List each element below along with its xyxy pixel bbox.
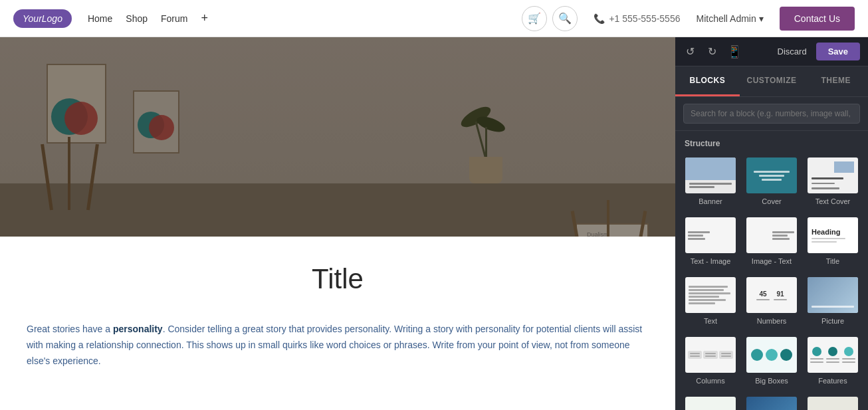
block-cover[interactable]: Cover [742,152,802,211]
nav: Home Shop Forum + [88,11,208,25]
block-text-cover[interactable]: Text Cover [803,152,863,211]
feat-line-6 [842,361,855,363]
mobile-preview-icon[interactable]: 📱 [727,45,742,59]
it-line3 [772,238,790,240]
sidebar-top-actions: ↺ ↻ 📱 [683,44,742,59]
block-thumb-text [685,277,736,313]
tx-line2 [689,289,724,291]
phone-area: 📞 +1 555-555-5556 [594,13,680,24]
nav-forum[interactable]: Forum [161,13,187,24]
col-line-6 [721,356,731,357]
sidebar-tabs: BLOCKS CUSTOMIZE THEME [675,66,868,97]
it-line2 [772,235,788,237]
block-label-textimage: Text - Image [691,257,731,265]
feat-line-5 [842,358,855,359]
col-line-5 [721,353,731,354]
col-line-2 [690,356,700,357]
bigbox-circle-2 [766,349,778,361]
block-thumb-textcover [808,157,858,193]
search-icon[interactable]: 🔍 [552,6,578,31]
title-thumb-line1 [812,238,845,239]
feat-circle-1 [812,347,821,356]
search-input[interactable] [683,104,860,124]
col-line-1 [690,353,700,354]
nav-icons: 🛒 🔍 [522,6,578,31]
block-thumb-numbers: 45 91 [746,277,797,313]
it-lines [772,231,794,240]
tab-theme[interactable]: THEME [804,66,868,96]
ti-line [688,231,710,233]
block-numbers[interactable]: 45 91 Numbers [742,272,802,330]
admin-chevron-icon: ▾ [759,13,764,24]
tx-line6 [689,302,715,304]
title-thumb-heading: Heading [812,228,840,236]
feat-line-3 [826,358,839,359]
block-bottom-3[interactable] [803,391,863,410]
block-label-textcover: Text Cover [815,197,851,205]
blocks-grid: Banner Cover Text Cover [675,152,868,410]
block-label-bigboxes: Big Boxes [755,377,788,385]
admin-area[interactable]: Mitchell Admin ▾ [696,13,763,24]
nav-add[interactable]: + [201,11,208,25]
tab-blocks[interactable]: BLOCKS [675,66,740,96]
feat-item-2 [826,347,839,363]
block-bigboxes[interactable]: Big Boxes [742,332,802,390]
block-text[interactable]: Text [681,272,740,330]
page-content: Dualism Title [0,37,675,410]
feat-circle-2 [828,347,837,356]
col-2 [703,351,717,359]
tab-customize-label: CUSTOMIZE [747,76,797,85]
block-text-image[interactable]: Text - Image [681,212,740,270]
block-thumb-bottom3 [808,397,858,410]
save-button[interactable]: Save [816,43,860,60]
nav-home[interactable]: Home [88,13,112,24]
num-col-2: 91 [774,290,787,300]
contact-button[interactable]: Contact Us [780,7,855,31]
block-bottom-2[interactable]: ‹ › [742,391,802,410]
block-thumb-bottom1 [685,397,736,410]
feat-line-4 [826,361,839,363]
ti-line2 [688,235,703,237]
tab-theme-label: THEME [821,76,851,85]
col-line-3 [705,353,715,354]
num-val-1: 45 [759,290,766,298]
sidebar-right-actions: Discard Save [768,43,860,60]
block-banner[interactable]: Banner [681,152,740,211]
section-label: Structure [675,131,868,152]
sidebar-top-bar: ↺ ↻ 📱 Discard Save [675,37,868,66]
undo-button[interactable]: ↺ [683,44,697,59]
col-3 [719,351,733,359]
feat-circle-3 [844,347,853,356]
it-line [772,231,794,233]
hero-image: Dualism [0,37,675,237]
block-thumb-features [808,337,858,373]
picture-line [812,306,854,308]
feat-item-1 [810,347,823,363]
body-paragraph: Great stories have a personality. Consid… [27,322,649,369]
num-line-1 [756,299,770,300]
cart-icon[interactable]: 🛒 [522,6,547,31]
block-features[interactable]: Features [803,332,863,390]
tx-line1 [689,286,728,288]
admin-name: Mitchell Admin [696,13,756,24]
logo[interactable]: YourLogo [13,9,72,28]
block-thumb-bottom2: ‹ › [746,397,797,410]
block-title[interactable]: Heading Title [803,212,863,270]
block-thumb-banner [685,157,736,193]
num-col-1: 45 [756,290,770,300]
redo-button[interactable]: ↻ [705,44,719,59]
hero-overlay [0,37,675,237]
slider-bg [746,397,797,410]
block-image-text[interactable]: Image - Text [742,212,802,270]
block-label-features: Features [818,377,847,385]
tab-customize[interactable]: CUSTOMIZE [740,66,804,96]
tx-line3 [689,292,730,294]
block-columns[interactable]: Columns [681,332,740,390]
block-label-picture: Picture [821,317,844,325]
block-label-banner: Banner [699,197,722,205]
discard-button[interactable]: Discard [768,43,816,60]
block-bottom-1[interactable] [681,391,740,410]
nav-shop[interactable]: Shop [126,13,148,24]
block-picture[interactable]: Picture [803,272,863,330]
block-label-title: Title [826,257,839,265]
